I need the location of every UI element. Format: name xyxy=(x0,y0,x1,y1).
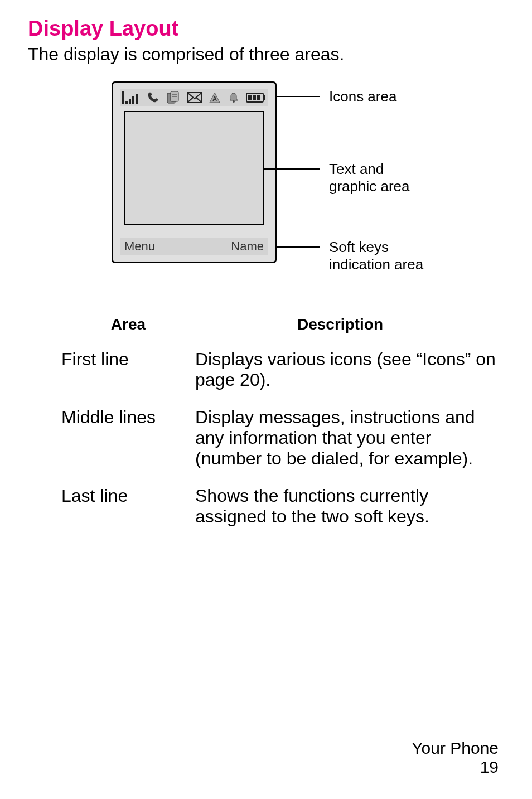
text-graphic-area xyxy=(124,111,264,225)
softkey-left: Menu xyxy=(124,239,155,254)
callout-line xyxy=(264,168,320,170)
row-desc: Displays various icons (see “Icons” on p… xyxy=(195,349,496,390)
callout-line xyxy=(275,96,320,97)
svg-rect-0 xyxy=(122,91,124,104)
svg-rect-17 xyxy=(253,95,256,100)
callout-softkeys-area: Soft keys indication area xyxy=(329,239,423,273)
row-area: Middle lines xyxy=(61,407,195,428)
table-row: First line Displays various icons (see “… xyxy=(61,349,504,390)
softkey-right: Name xyxy=(231,239,264,254)
svg-point-1 xyxy=(122,91,124,93)
svg-rect-2 xyxy=(125,101,128,104)
call-icon xyxy=(147,91,159,104)
intro-text: The display is comprised of three areas. xyxy=(28,44,504,65)
table-row: Last line Shows the functions currently … xyxy=(61,486,504,527)
header-area: Area xyxy=(61,316,195,333)
row-area: Last line xyxy=(61,486,195,506)
svg-text:A: A xyxy=(212,95,217,103)
svg-rect-4 xyxy=(132,96,134,104)
svg-rect-3 xyxy=(129,99,131,104)
footer-page: 19 xyxy=(412,758,499,777)
signal-icon xyxy=(122,91,141,104)
footer-label: Your Phone xyxy=(412,739,499,758)
display-diagram: A Menu Name Icons area Te xyxy=(28,81,504,282)
callout-icons-area: Icons area xyxy=(329,88,396,105)
row-desc: Shows the functions currently assigned t… xyxy=(195,486,496,527)
svg-rect-16 xyxy=(248,95,252,100)
callout-text-area: Text and graphic area xyxy=(329,161,410,195)
svg-rect-5 xyxy=(136,94,138,104)
sheet-icon xyxy=(166,91,181,104)
row-desc: Display messages, instructions and any i… xyxy=(195,407,496,469)
icons-area: A xyxy=(120,89,268,106)
svg-rect-15 xyxy=(264,95,265,100)
softkey-area: Menu Name xyxy=(120,238,268,255)
battery-icon xyxy=(246,93,266,103)
header-description: Description xyxy=(195,316,485,333)
a-icon: A xyxy=(209,91,221,104)
svg-rect-18 xyxy=(257,95,260,100)
page-footer: Your Phone 19 xyxy=(412,739,499,777)
svg-point-13 xyxy=(233,100,235,103)
callout-line xyxy=(275,246,320,248)
table-header: Area Description xyxy=(61,316,504,333)
section-heading: Display Layout xyxy=(28,17,504,41)
row-area: First line xyxy=(61,349,195,370)
table-row: Middle lines Display messages, instructi… xyxy=(61,407,504,469)
mail-icon xyxy=(187,92,202,103)
area-description-table: Area Description First line Displays var… xyxy=(61,316,504,527)
bell-icon xyxy=(228,91,240,104)
phone-screen: A Menu Name xyxy=(112,81,277,263)
